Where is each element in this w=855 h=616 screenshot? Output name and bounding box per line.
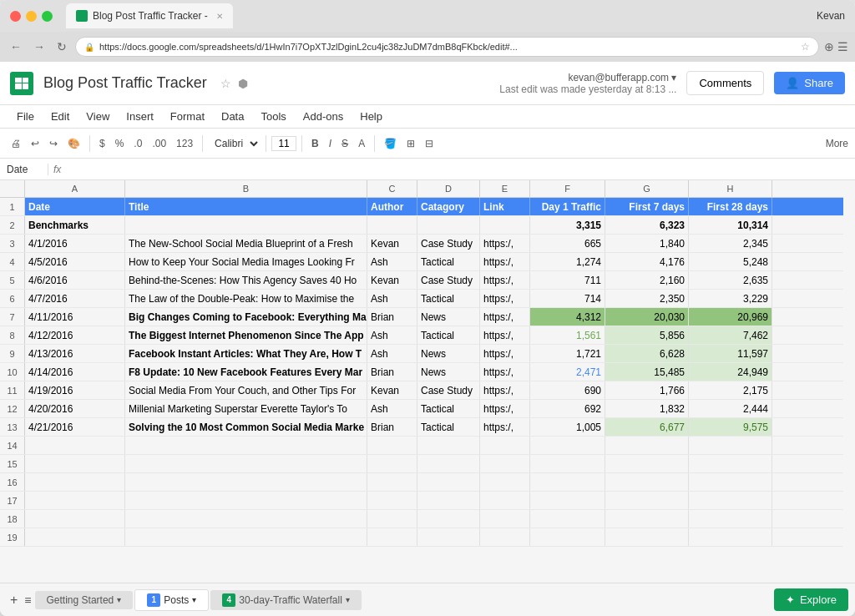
- url-bar[interactable]: 🔒 https://docs.google.com/spreadsheets/d…: [75, 37, 819, 57]
- cell[interactable]: [417, 528, 480, 546]
- menu-edit[interactable]: Edit: [44, 109, 76, 124]
- cell[interactable]: https:/,: [480, 290, 530, 307]
- table-row[interactable]: 17: [0, 492, 843, 510]
- col-header-e[interactable]: E: [480, 180, 530, 197]
- table-row[interactable]: 18: [0, 510, 843, 528]
- cell[interactable]: 4/1/2016: [25, 235, 125, 252]
- cell[interactable]: Tactical: [417, 418, 480, 436]
- cell[interactable]: [480, 510, 530, 528]
- cell[interactable]: [689, 492, 772, 509]
- cell[interactable]: 1,274: [530, 253, 605, 270]
- decimal-increase-button[interactable]: .00: [148, 135, 170, 152]
- cell[interactable]: Ash: [367, 400, 417, 417]
- cell[interactable]: 7,462: [689, 326, 772, 344]
- cell[interactable]: News: [417, 363, 480, 381]
- cell[interactable]: News: [417, 345, 480, 362]
- cell[interactable]: [417, 437, 480, 454]
- cell[interactable]: 1,766: [605, 381, 689, 399]
- explore-button[interactable]: ✦ Explore: [774, 588, 848, 611]
- cell[interactable]: [125, 492, 367, 509]
- col-header-f[interactable]: F: [530, 180, 605, 197]
- cell[interactable]: [530, 510, 605, 528]
- cell[interactable]: [530, 455, 605, 472]
- table-row[interactable]: 84/12/2016The Biggest Internet Phenomeno…: [0, 326, 843, 345]
- drive-icon[interactable]: ⬢: [238, 77, 248, 90]
- format-123-button[interactable]: 123: [172, 135, 197, 152]
- cell[interactable]: 3,315: [530, 216, 605, 234]
- menu-addons[interactable]: Add-ons: [296, 109, 350, 124]
- cell[interactable]: 2,175: [689, 381, 772, 399]
- cell[interactable]: Tactical: [417, 326, 480, 344]
- cell[interactable]: [689, 473, 772, 491]
- table-row[interactable]: 134/21/2016Solving the 10 Most Common So…: [0, 418, 843, 437]
- tab-waterfall[interactable]: 4 30-day-Traffic Waterfall ▾: [210, 590, 362, 610]
- cell[interactable]: [25, 455, 125, 472]
- cell[interactable]: 2,471: [530, 363, 605, 381]
- cell[interactable]: First 7 days: [605, 198, 689, 215]
- forward-button[interactable]: →: [30, 38, 48, 55]
- cell[interactable]: [25, 473, 125, 491]
- cell[interactable]: https:/,: [480, 235, 530, 252]
- col-header-b[interactable]: B: [125, 180, 367, 197]
- cell[interactable]: Case Study: [417, 235, 480, 252]
- cell[interactable]: 6,323: [605, 216, 689, 234]
- menu-icon[interactable]: ☰: [837, 40, 848, 53]
- cell[interactable]: 4/21/2016: [25, 418, 125, 436]
- cell[interactable]: First 28 days: [689, 198, 772, 215]
- cell[interactable]: [530, 437, 605, 454]
- table-row[interactable]: 64/7/2016The Law of the Double-Peak: How…: [0, 290, 843, 308]
- cell[interactable]: 4/13/2016: [25, 345, 125, 362]
- maximize-button[interactable]: [42, 11, 53, 22]
- cell[interactable]: Date: [25, 198, 125, 215]
- cell[interactable]: Ash: [367, 253, 417, 270]
- sheet-menu-button[interactable]: ≡: [21, 593, 34, 607]
- cell[interactable]: 4,312: [530, 308, 605, 326]
- table-row[interactable]: 54/6/2016Behind-the-Scenes: How This Age…: [0, 271, 843, 290]
- close-button[interactable]: [10, 11, 21, 22]
- minimize-button[interactable]: [26, 11, 37, 22]
- cell[interactable]: Benchmarks: [25, 216, 125, 234]
- cell[interactable]: 3,229: [689, 290, 772, 307]
- cell[interactable]: [125, 437, 367, 454]
- col-header-g[interactable]: G: [605, 180, 689, 197]
- share-button[interactable]: 👤 Share: [774, 72, 845, 94]
- cell[interactable]: [25, 510, 125, 528]
- browser-tab[interactable]: Blog Post Traffic Tracker - ✕: [66, 3, 233, 28]
- bold-button[interactable]: B: [307, 135, 323, 152]
- cell[interactable]: [689, 437, 772, 454]
- cell[interactable]: 4/5/2016: [25, 253, 125, 270]
- cell[interactable]: Tactical: [417, 400, 480, 417]
- menu-insert[interactable]: Insert: [119, 109, 160, 124]
- borders-button[interactable]: ⊞: [402, 135, 419, 152]
- cell[interactable]: 4/6/2016: [25, 271, 125, 289]
- decimal-decrease-button[interactable]: .0: [129, 135, 146, 152]
- cell[interactable]: 1,832: [605, 400, 689, 417]
- cell[interactable]: 9,575: [689, 418, 772, 436]
- cell[interactable]: [367, 492, 417, 509]
- cell[interactable]: 2,160: [605, 271, 689, 289]
- cell[interactable]: 4/14/2016: [25, 363, 125, 381]
- col-header-h[interactable]: H: [689, 180, 772, 197]
- cell[interactable]: Kevan: [367, 381, 417, 399]
- cell[interactable]: Case Study: [417, 381, 480, 399]
- cell[interactable]: [480, 528, 530, 546]
- cell[interactable]: [605, 437, 689, 454]
- cell[interactable]: 690: [530, 381, 605, 399]
- cell[interactable]: 1,561: [530, 326, 605, 344]
- cell[interactable]: 4/12/2016: [25, 326, 125, 344]
- cell[interactable]: Millenial Marketing Superstar Everette T…: [125, 400, 367, 417]
- cell[interactable]: Brian: [367, 418, 417, 436]
- cell[interactable]: https:/,: [480, 381, 530, 399]
- menu-help[interactable]: Help: [353, 109, 389, 124]
- extensions-icon[interactable]: ⊕: [824, 40, 834, 53]
- cell[interactable]: [605, 473, 689, 491]
- cell[interactable]: 1,721: [530, 345, 605, 362]
- reload-button[interactable]: ↻: [53, 38, 70, 55]
- cell-reference[interactable]: Date: [7, 164, 48, 175]
- scrollbar[interactable]: [843, 180, 855, 583]
- currency-button[interactable]: $: [95, 135, 109, 152]
- menu-tools[interactable]: Tools: [254, 109, 292, 124]
- table-row[interactable]: 94/13/2016Facebook Instant Articles: Wha…: [0, 345, 843, 363]
- col-header-a[interactable]: A: [25, 180, 125, 197]
- italic-button[interactable]: I: [325, 135, 336, 152]
